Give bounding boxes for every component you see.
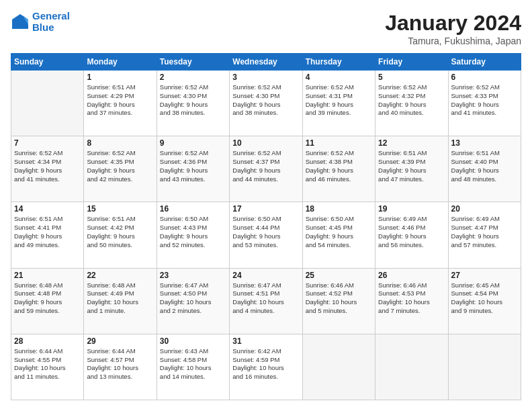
week-row-5: 28Sunrise: 6:44 AM Sunset: 4:55 PM Dayli… (11, 334, 521, 400)
day-number: 4 (306, 73, 372, 82)
day-cell: 15Sunrise: 6:51 AM Sunset: 4:42 PM Dayli… (84, 202, 157, 268)
svg-marker-0 (12, 14, 28, 29)
day-cell: 26Sunrise: 6:46 AM Sunset: 4:53 PM Dayli… (375, 268, 448, 334)
day-cell: 4Sunrise: 6:52 AM Sunset: 4:31 PM Daylig… (302, 71, 375, 136)
day-info: Sunrise: 6:42 AM Sunset: 4:59 PM Dayligh… (232, 347, 299, 381)
day-info: Sunrise: 6:45 AM Sunset: 4:54 PM Dayligh… (451, 281, 518, 316)
day-number: 10 (232, 138, 299, 148)
day-cell: 24Sunrise: 6:47 AM Sunset: 4:51 PM Dayli… (230, 268, 302, 334)
day-cell: 17Sunrise: 6:50 AM Sunset: 4:44 PM Dayli… (230, 202, 302, 268)
day-number: 8 (87, 138, 153, 148)
day-number: 11 (306, 138, 372, 148)
day-number: 20 (451, 204, 518, 214)
day-number: 2 (160, 73, 226, 82)
day-number: 23 (160, 271, 226, 280)
day-cell: 27Sunrise: 6:45 AM Sunset: 4:54 PM Dayli… (448, 268, 521, 334)
day-cell: 13Sunrise: 6:51 AM Sunset: 4:40 PM Dayli… (448, 136, 521, 202)
day-info: Sunrise: 6:51 AM Sunset: 4:40 PM Dayligh… (451, 149, 518, 183)
day-info: Sunrise: 6:46 AM Sunset: 4:52 PM Dayligh… (306, 281, 372, 316)
day-info: Sunrise: 6:52 AM Sunset: 4:30 PM Dayligh… (160, 83, 226, 118)
day-cell: 2Sunrise: 6:52 AM Sunset: 4:30 PM Daylig… (157, 71, 229, 136)
day-cell (11, 71, 84, 136)
day-info: Sunrise: 6:52 AM Sunset: 4:30 PM Dayligh… (232, 83, 299, 118)
header: General Blue January 2024 Tamura, Fukush… (11, 11, 521, 46)
day-info: Sunrise: 6:49 AM Sunset: 4:47 PM Dayligh… (451, 215, 518, 249)
day-info: Sunrise: 6:52 AM Sunset: 4:32 PM Dayligh… (378, 83, 445, 118)
day-number: 7 (14, 138, 81, 148)
calendar-table: SundayMondayTuesdayWednesdayThursdayFrid… (11, 53, 521, 400)
column-header-thursday: Thursday (302, 54, 375, 71)
logo-icon (11, 13, 30, 32)
day-cell: 9Sunrise: 6:52 AM Sunset: 4:36 PM Daylig… (157, 136, 229, 202)
day-number: 31 (232, 336, 299, 346)
day-cell: 10Sunrise: 6:52 AM Sunset: 4:37 PM Dayli… (230, 136, 302, 202)
day-cell: 6Sunrise: 6:52 AM Sunset: 4:33 PM Daylig… (448, 71, 521, 136)
day-cell: 28Sunrise: 6:44 AM Sunset: 4:55 PM Dayli… (11, 334, 84, 400)
day-info: Sunrise: 6:51 AM Sunset: 4:39 PM Dayligh… (378, 149, 445, 183)
day-info: Sunrise: 6:44 AM Sunset: 4:55 PM Dayligh… (14, 347, 81, 381)
day-number: 16 (160, 204, 226, 214)
day-number: 3 (232, 73, 299, 82)
day-number: 29 (87, 336, 153, 346)
logo-text: General Blue (32, 11, 70, 33)
day-number: 13 (451, 138, 518, 148)
day-number: 30 (160, 336, 226, 346)
day-info: Sunrise: 6:52 AM Sunset: 4:34 PM Dayligh… (14, 149, 81, 183)
day-number: 28 (14, 336, 81, 346)
day-info: Sunrise: 6:52 AM Sunset: 4:36 PM Dayligh… (160, 149, 226, 183)
day-cell (375, 334, 448, 400)
column-header-tuesday: Tuesday (157, 54, 229, 71)
day-info: Sunrise: 6:52 AM Sunset: 4:37 PM Dayligh… (232, 149, 299, 183)
day-number: 18 (306, 204, 372, 214)
day-number: 1 (87, 73, 153, 82)
day-info: Sunrise: 6:47 AM Sunset: 4:51 PM Dayligh… (232, 281, 299, 316)
day-cell: 5Sunrise: 6:52 AM Sunset: 4:32 PM Daylig… (375, 71, 448, 136)
day-info: Sunrise: 6:48 AM Sunset: 4:48 PM Dayligh… (14, 281, 81, 316)
week-row-4: 21Sunrise: 6:48 AM Sunset: 4:48 PM Dayli… (11, 268, 521, 334)
logo-line1: General (32, 10, 70, 21)
day-number: 21 (14, 271, 81, 280)
day-number: 5 (378, 73, 445, 82)
day-number: 22 (87, 271, 153, 280)
day-cell (448, 334, 521, 400)
day-cell: 16Sunrise: 6:50 AM Sunset: 4:43 PM Dayli… (157, 202, 229, 268)
column-header-monday: Monday (84, 54, 157, 71)
day-cell: 21Sunrise: 6:48 AM Sunset: 4:48 PM Dayli… (11, 268, 84, 334)
day-number: 9 (160, 138, 226, 148)
day-number: 12 (378, 138, 445, 148)
month-title: January 2024 (385, 11, 521, 36)
day-cell: 20Sunrise: 6:49 AM Sunset: 4:47 PM Dayli… (448, 202, 521, 268)
day-cell: 11Sunrise: 6:52 AM Sunset: 4:38 PM Dayli… (302, 136, 375, 202)
day-info: Sunrise: 6:52 AM Sunset: 4:38 PM Dayligh… (306, 149, 372, 183)
day-info: Sunrise: 6:51 AM Sunset: 4:42 PM Dayligh… (87, 215, 153, 249)
day-info: Sunrise: 6:52 AM Sunset: 4:31 PM Dayligh… (306, 83, 372, 118)
title-block: January 2024 Tamura, Fukushima, Japan (385, 11, 521, 46)
day-cell: 8Sunrise: 6:52 AM Sunset: 4:35 PM Daylig… (84, 136, 157, 202)
day-cell: 29Sunrise: 6:44 AM Sunset: 4:57 PM Dayli… (84, 334, 157, 400)
week-row-1: 1Sunrise: 6:51 AM Sunset: 4:29 PM Daylig… (11, 71, 521, 136)
day-info: Sunrise: 6:43 AM Sunset: 4:58 PM Dayligh… (160, 347, 226, 381)
week-row-2: 7Sunrise: 6:52 AM Sunset: 4:34 PM Daylig… (11, 136, 521, 202)
day-info: Sunrise: 6:51 AM Sunset: 4:29 PM Dayligh… (87, 83, 153, 118)
day-number: 24 (232, 271, 299, 280)
column-header-sunday: Sunday (11, 54, 84, 71)
day-info: Sunrise: 6:50 AM Sunset: 4:45 PM Dayligh… (306, 215, 372, 249)
day-info: Sunrise: 6:46 AM Sunset: 4:53 PM Dayligh… (378, 281, 445, 316)
day-info: Sunrise: 6:44 AM Sunset: 4:57 PM Dayligh… (87, 347, 153, 381)
day-cell: 31Sunrise: 6:42 AM Sunset: 4:59 PM Dayli… (230, 334, 302, 400)
day-cell: 22Sunrise: 6:48 AM Sunset: 4:49 PM Dayli… (84, 268, 157, 334)
day-number: 26 (378, 271, 445, 280)
day-number: 14 (14, 204, 81, 214)
week-row-3: 14Sunrise: 6:51 AM Sunset: 4:41 PM Dayli… (11, 202, 521, 268)
column-header-saturday: Saturday (448, 54, 521, 71)
logo: General Blue (11, 11, 70, 33)
logo-line2: Blue (32, 21, 54, 33)
column-header-wednesday: Wednesday (230, 54, 302, 71)
day-cell: 25Sunrise: 6:46 AM Sunset: 4:52 PM Dayli… (302, 268, 375, 334)
day-number: 19 (378, 204, 445, 214)
day-cell: 19Sunrise: 6:49 AM Sunset: 4:46 PM Dayli… (375, 202, 448, 268)
day-number: 17 (232, 204, 299, 214)
calendar-header-row: SundayMondayTuesdayWednesdayThursdayFrid… (11, 54, 521, 71)
day-number: 27 (451, 271, 518, 280)
day-number: 6 (451, 73, 518, 82)
